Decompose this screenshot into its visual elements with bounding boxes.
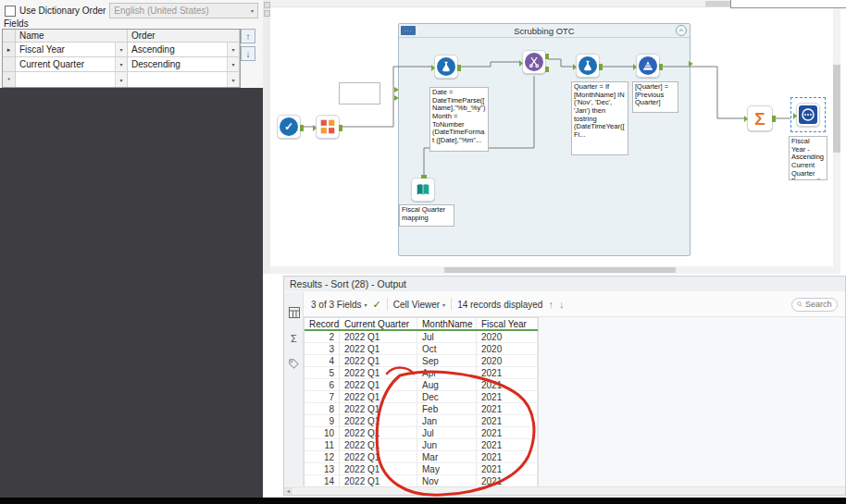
result-row[interactable]: 132022 Q1May2021: [305, 463, 538, 475]
language-select[interactable]: English (United States) ▾: [109, 3, 258, 18]
monthname-cell: Apr: [417, 367, 477, 378]
lookup-book-tool[interactable]: [411, 178, 435, 202]
output-anchor: [300, 125, 304, 131]
sort-field-row[interactable]: Current Quarter▾Descending▾: [3, 57, 240, 72]
scrollbar-thumb[interactable]: [444, 267, 676, 273]
current-quarter-cell: 2022 Q1: [340, 439, 417, 450]
container-tag-icon: ···: [401, 26, 416, 35]
fields-dropdown[interactable]: 3 of 3 Fields ▾: [311, 300, 367, 310]
scroll-down-button[interactable]: [264, 10, 270, 17]
order-combobox[interactable]: Descending▾: [128, 57, 240, 71]
tool-container-header: ··· Scrubbing OTC ^: [399, 24, 690, 38]
col-header-current-quarter[interactable]: Current Quarter: [340, 318, 417, 329]
use-dictionary-order-label: Use Dictionary Order: [19, 6, 106, 16]
transform-tool[interactable]: [316, 115, 340, 139]
table-view-icon[interactable]: [287, 305, 301, 319]
result-row[interactable]: 32022 Q1Oct2020: [305, 343, 538, 355]
fiscal-year-cell: 2021: [477, 463, 538, 474]
summarize-tool[interactable]: Σ: [747, 105, 773, 131]
container-collapse-button[interactable]: ^: [676, 25, 687, 36]
language-select-value: English (United States): [114, 6, 208, 16]
output-anchor: [659, 64, 663, 70]
apply-check-icon[interactable]: ✓: [373, 299, 381, 311]
profile-sigma-icon[interactable]: Σ: [287, 331, 301, 345]
annotation-sort[interactable]: Fiscal Year - Ascending Current Quarter …: [789, 136, 827, 180]
order-combobox[interactable]: ▾: [128, 72, 240, 87]
result-row[interactable]: 82022 Q1Feb2021: [305, 403, 538, 415]
record-cell: 9: [305, 415, 340, 426]
sort-field-row[interactable]: ▸Fiscal Year▾Ascending▾: [3, 43, 240, 57]
canvas-left-scrollbar[interactable]: [263, 0, 270, 274]
result-row[interactable]: 112022 Q1Jun2021: [305, 439, 538, 451]
search-icon: [797, 301, 802, 308]
current-quarter-cell: 2022 Q1: [340, 367, 417, 378]
sort-configuration-panel: Use Dictionary Order English (United Sta…: [0, 0, 263, 498]
config-col-name: Name: [16, 30, 128, 42]
fields-label: Fields: [4, 18, 29, 29]
col-header-record[interactable]: Record: [305, 318, 340, 329]
name-combobox[interactable]: Fiscal Year▾: [16, 43, 128, 56]
result-row[interactable]: 102022 Q1Jul2021: [305, 427, 538, 439]
scrollbar-thumb[interactable]: [833, 65, 840, 153]
fiscal-year-cell: 2021: [477, 439, 538, 450]
toolbar-separator: [387, 298, 388, 311]
formula-tool-1[interactable]: [434, 55, 458, 79]
move-field-up-button[interactable]: ↑: [241, 29, 255, 43]
sort-tool-selected[interactable]: [796, 103, 820, 127]
scroll-up-button[interactable]: [264, 2, 270, 8]
floating-panel-edge: [730, 0, 846, 8]
col-header-monthname[interactable]: MonthName: [417, 318, 477, 329]
chevron-down-icon: ▾: [227, 72, 239, 87]
annotation-multirow[interactable]: [Quarter] = [Previous Quarter]: [632, 81, 678, 113]
scroll-top-button[interactable]: ↑: [548, 299, 554, 310]
results-search-box[interactable]: [791, 298, 838, 312]
col-header-fiscal-year[interactable]: Fiscal Year: [477, 318, 538, 329]
current-quarter-cell: 2022 Q1: [340, 343, 417, 354]
result-row[interactable]: 62022 Q1Aug2021: [305, 379, 538, 391]
order-combobox[interactable]: Ascending▾: [128, 43, 240, 56]
annotation-book[interactable]: Fiscal Quarter mapping: [399, 204, 454, 227]
row-marker-cell: [3, 57, 16, 71]
result-row[interactable]: 52022 Q1Apr2021: [305, 367, 538, 379]
annotation-box-partial[interactable]: [339, 82, 380, 104]
annotation-formula-1[interactable]: Date = DateTimeParse([Name],"%b_%y") Mon…: [429, 87, 489, 152]
result-row[interactable]: 122022 Q1Mar2021: [305, 451, 538, 463]
chevron-down-icon: ▾: [364, 301, 367, 308]
name-combobox[interactable]: Current Quarter▾: [16, 57, 128, 71]
fields-summary: 3 of 3 Fields: [311, 300, 361, 310]
filter-tool[interactable]: [522, 50, 546, 74]
chevron-down-icon: ▾: [442, 301, 445, 308]
search-input[interactable]: [805, 300, 832, 309]
results-grid: Record Current Quarter MonthName Fiscal …: [304, 317, 539, 488]
formula-tool-2[interactable]: [576, 54, 600, 78]
sort-field-row[interactable]: *▾▾: [3, 72, 240, 87]
move-field-down-button[interactable]: ↓: [241, 46, 255, 61]
output-anchor: [772, 116, 776, 122]
result-row[interactable]: 72022 Q1Dec2021: [305, 391, 538, 403]
scroll-bottom-button[interactable]: ↓: [559, 299, 565, 310]
multi-row-formula-tool[interactable]: [636, 54, 660, 78]
check-tool[interactable]: ✓: [277, 115, 301, 139]
monthname-cell: Jul: [417, 427, 477, 438]
sort-tool-icon: [799, 105, 817, 124]
monthname-cell: Nov: [417, 475, 477, 486]
annotation-formula-2[interactable]: Quarter = If [MonthName] IN ('Nov', 'Dec…: [571, 81, 628, 155]
sort-fields-grid: Name Order ▸Fiscal Year▾Ascending▾Curren…: [2, 29, 241, 88]
name-combobox[interactable]: ▾: [16, 72, 128, 87]
scroll-left-button[interactable]: ◂: [284, 486, 292, 495]
result-row[interactable]: 22022 Q1Jul2020: [305, 331, 538, 343]
record-cell: 10: [305, 427, 340, 438]
result-row[interactable]: 42022 Q1Sep2020: [305, 355, 538, 367]
cell-viewer-dropdown[interactable]: Cell Viewer ▾: [393, 300, 445, 310]
result-row[interactable]: 92022 Q1Jan2021: [305, 415, 538, 427]
chevron-down-icon: ▾: [115, 57, 127, 71]
monthname-cell: Dec: [417, 391, 477, 402]
results-horizontal-scrollbar[interactable]: ◂: [284, 486, 845, 495]
metadata-tag-icon[interactable]: [287, 357, 301, 371]
sort-fields-grid-header: Name Order: [3, 30, 240, 43]
book-icon: [414, 180, 432, 199]
use-dictionary-order-checkbox[interactable]: [5, 6, 16, 17]
monthname-cell: Jun: [417, 439, 477, 450]
taskbar-edge: [0, 498, 846, 504]
dictionary-order-row: Use Dictionary Order English (United Sta…: [5, 3, 258, 18]
